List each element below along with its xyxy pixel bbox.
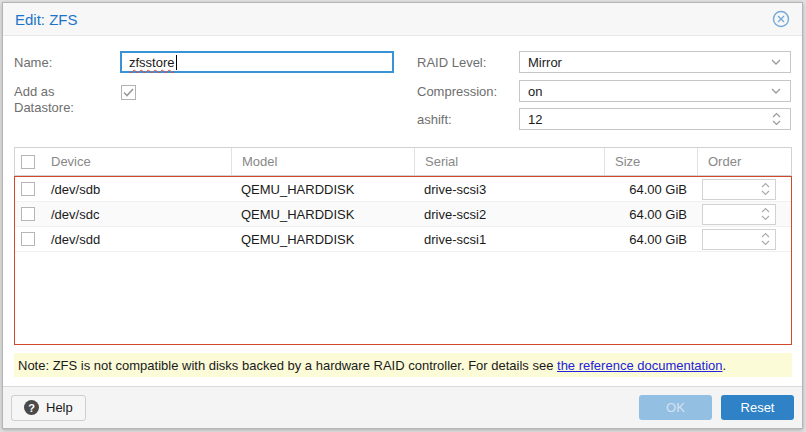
spinner-down-icon[interactable] [760, 214, 771, 221]
disk-table-header: Device Model Serial Size Order [14, 147, 792, 176]
spinner-up-icon[interactable] [760, 207, 771, 214]
note-text: Note: ZFS is not compatible with disks b… [18, 358, 726, 373]
column-header-serial[interactable]: Serial [414, 148, 604, 175]
serial-cell: drive-scsi2 [414, 207, 604, 222]
spinner-buttons[interactable] [760, 232, 771, 246]
close-button[interactable] [772, 10, 790, 28]
disk-table-body: /dev/sdb QEMU_HARDDISK drive-scsi3 64.00… [14, 176, 792, 345]
table-row[interactable]: /dev/sdd QEMU_HARDDISK drive-scsi1 64.00… [15, 227, 791, 252]
spinner-buttons[interactable] [760, 182, 771, 196]
help-icon: ? [24, 400, 39, 415]
column-header-order[interactable]: Order [697, 148, 791, 175]
spinner-up-icon[interactable] [771, 112, 782, 119]
size-cell: 64.00 GiB [604, 182, 697, 197]
help-button-label: Help [46, 400, 73, 415]
order-spinner[interactable] [702, 229, 776, 250]
compression-combo[interactable]: on [519, 80, 791, 102]
help-button[interactable]: ? Help [11, 395, 86, 421]
row-select-cell [15, 232, 41, 246]
column-header-model[interactable]: Model [231, 148, 414, 175]
spinner-up-icon[interactable] [760, 182, 771, 189]
table-row[interactable]: /dev/sdc QEMU_HARDDISK drive-scsi2 64.00… [15, 202, 791, 227]
spinner-down-icon[interactable] [760, 239, 771, 246]
dialog-title: Edit: ZFS [15, 11, 78, 28]
spinner-up-icon[interactable] [760, 232, 771, 239]
table-row[interactable]: /dev/sdb QEMU_HARDDISK drive-scsi3 64.00… [15, 177, 791, 202]
serial-cell: drive-scsi3 [414, 182, 604, 197]
chevron-down-icon [770, 87, 782, 95]
reference-documentation-link[interactable]: the reference documentation [557, 358, 723, 373]
checkmark-icon [123, 88, 134, 97]
order-cell [697, 204, 791, 225]
row-checkbox[interactable] [21, 232, 35, 246]
dialog-footer: ? Help OK Reset [3, 386, 802, 428]
ashift-value: 12 [528, 112, 542, 127]
device-cell: /dev/sdd [41, 232, 231, 247]
column-header-size[interactable]: Size [604, 148, 697, 175]
row-select-cell [15, 182, 41, 196]
chevron-down-icon [770, 58, 782, 66]
spinner-down-icon[interactable] [771, 119, 782, 126]
edit-zfs-dialog: Edit: ZFS Name: zfsstore Add as Datastor… [2, 2, 803, 429]
select-all-cell [15, 148, 41, 175]
add-as-datastore-label: Add as Datastore: [14, 84, 114, 116]
row-select-cell [15, 207, 41, 221]
model-cell: QEMU_HARDDISK [231, 207, 414, 222]
name-label: Name: [14, 55, 52, 71]
spinner-down-icon[interactable] [760, 189, 771, 196]
dialog-titlebar: Edit: ZFS [3, 3, 802, 36]
reset-button[interactable]: Reset [721, 395, 794, 420]
model-cell: QEMU_HARDDISK [231, 182, 414, 197]
close-icon [772, 10, 790, 28]
size-cell: 64.00 GiB [604, 207, 697, 222]
add-as-datastore-checkbox[interactable] [121, 85, 136, 100]
row-checkbox[interactable] [21, 182, 35, 196]
raid-level-label: RAID Level: [417, 55, 486, 71]
spinner-buttons[interactable] [760, 207, 771, 221]
name-input[interactable]: zfsstore [120, 51, 394, 73]
model-cell: QEMU_HARDDISK [231, 232, 414, 247]
device-cell: /dev/sdc [41, 207, 231, 222]
select-all-checkbox[interactable] [21, 155, 35, 169]
order-cell [697, 229, 791, 250]
order-spinner[interactable] [702, 179, 776, 200]
raid-level-combo[interactable]: Mirror [519, 51, 791, 73]
ashift-spinner[interactable]: 12 [519, 108, 791, 130]
text-caret [176, 55, 177, 70]
device-cell: /dev/sdb [41, 182, 231, 197]
ok-button[interactable]: OK [639, 395, 712, 420]
spinner-buttons[interactable] [771, 112, 782, 126]
compression-value: on [528, 84, 542, 99]
column-header-device[interactable]: Device [41, 148, 231, 175]
row-checkbox[interactable] [21, 207, 35, 221]
serial-cell: drive-scsi1 [414, 232, 604, 247]
order-spinner[interactable] [702, 204, 776, 225]
name-input-value: zfsstore [129, 55, 175, 70]
note-bar: Note: ZFS is not compatible with disks b… [14, 353, 792, 377]
ashift-label: ashift: [417, 112, 452, 128]
disk-table: Device Model Serial Size Order /dev/sdb … [14, 147, 792, 345]
size-cell: 64.00 GiB [604, 232, 697, 247]
order-cell [697, 179, 791, 200]
compression-label: Compression: [417, 84, 497, 100]
raid-level-value: Mirror [528, 55, 562, 70]
